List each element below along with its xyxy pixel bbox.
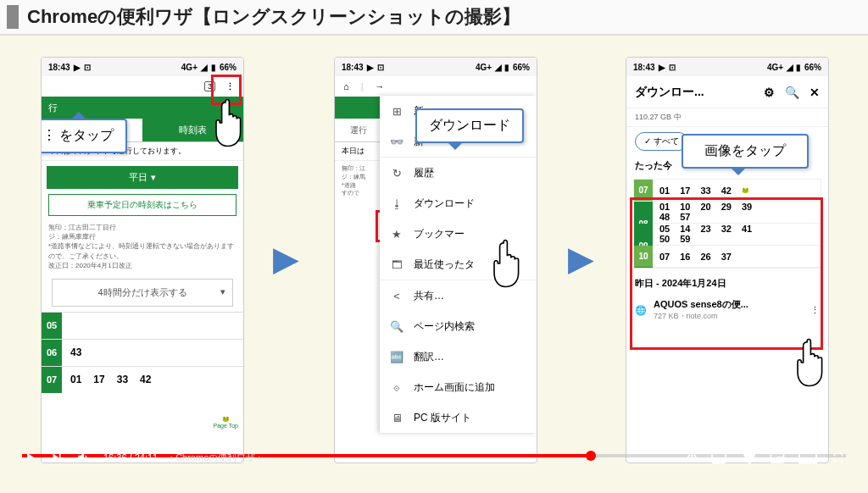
next-button[interactable] xyxy=(49,450,64,465)
miniplayer-button[interactable] xyxy=(770,450,785,465)
search-icon: 🔍 xyxy=(390,320,403,333)
home-icon[interactable]: ⌂ xyxy=(343,81,349,91)
autoplay-toggle[interactable]: ⏻ xyxy=(687,451,697,463)
status-bar: 18:43 ▶ ⊡ 4G+ ◢ ▮ 66% xyxy=(626,58,828,76)
storage-text: 110.27 GB 中 xyxy=(626,108,828,127)
star-icon: ★ xyxy=(390,228,403,241)
status-bar: 18:43 ▶ ⊡ 4G+ ◢ ▮ 66% xyxy=(335,58,537,76)
close-icon[interactable]: ✕ xyxy=(810,86,820,99)
settings-button[interactable] xyxy=(741,450,756,465)
time-row-06: 0643 xyxy=(42,339,243,366)
play-button[interactable] xyxy=(22,450,37,465)
menu-download[interactable]: ⭳ダウンロード xyxy=(380,188,537,219)
status-time: 18:43 xyxy=(48,63,70,72)
hand-pointer-2 xyxy=(485,234,531,293)
chapter-title[interactable]: • Chromeの便利ワザ › xyxy=(170,451,261,464)
hours-dropdown[interactable]: 4時間分だけ表示する ▾ xyxy=(52,279,233,307)
menu-add-home[interactable]: ⟐ホーム画面に追加 xyxy=(380,372,537,402)
chat-icon: ⊡ xyxy=(84,63,91,72)
highlight-image xyxy=(630,197,823,350)
search-icon[interactable]: 🔍 xyxy=(785,86,799,99)
history-icon: ↻ xyxy=(390,167,403,180)
gear-icon[interactable]: ⚙ xyxy=(764,86,775,99)
background-page: 運行 本日は 無印：江 ジ：練馬 *道路 すので xyxy=(335,97,381,201)
arrow-right-2: ▶ xyxy=(568,239,594,278)
callout-tap-image: 画像をタップ xyxy=(682,134,809,169)
pc-icon: 🖥 xyxy=(390,412,403,424)
battery-icon: ▮ xyxy=(211,63,216,72)
arrow-right-1: ▶ xyxy=(273,239,299,278)
download-icon: ⭳ xyxy=(390,197,403,210)
weekday-button[interactable]: 平日 ▾ xyxy=(47,166,238,189)
page-header: Chromeの便利ワザ【ロングスクリーンショットの撮影】 xyxy=(0,0,868,36)
status-network: 4G+ xyxy=(181,63,198,72)
arrow-right-icon[interactable]: → xyxy=(376,81,385,91)
video-time: 16:36 / 24:11 xyxy=(103,452,158,463)
hand-pointer-3 xyxy=(788,333,829,392)
header-accent xyxy=(7,5,19,29)
home-row: ⌂ | → xyxy=(335,76,537,97)
hand-pointer-1 xyxy=(207,93,244,152)
time-row-05: 05 xyxy=(42,312,243,339)
recent-icon: 🗔 xyxy=(390,258,403,271)
menu-find[interactable]: 🔍ページ内検索 xyxy=(380,311,537,341)
svg-rect-0 xyxy=(712,452,726,463)
callout-tap-menu: ⋮ をタップ xyxy=(41,119,127,153)
menu-history[interactable]: ↻履歴 xyxy=(380,158,537,188)
video-controls: 16:36 / 24:11 • Chromeの便利ワザ › ⏻ xyxy=(22,440,846,474)
captions-button[interactable] xyxy=(710,451,727,464)
plus-icon: ⊞ xyxy=(390,105,403,118)
status-bar: 18:43 ▶ ⊡ 4G+ ◢ ▮ 66% xyxy=(42,58,243,76)
time-row-07: 0701173342 xyxy=(42,366,243,393)
volume-button[interactable] xyxy=(76,450,92,465)
translate-icon: 🔤 xyxy=(390,351,403,363)
signal-icon: ◢ xyxy=(201,63,208,72)
content-area: 18:43 ▶ ⊡ 4G+ ◢ ▮ 66% 3 ⋮ 行 運行 時刻表 本日は平日… xyxy=(0,36,868,459)
phone-screenshot-3: 18:43 ▶ ⊡ 4G+ ◢ ▮ 66% ダウンロー... ⚙ 🔍 ✕ 110… xyxy=(626,57,829,463)
info-text: 無印：江古田二丁目行 ジ：練馬車庫行 *道路事情などにより、時刻通り運転できない… xyxy=(42,219,243,274)
svg-rect-3 xyxy=(799,452,816,463)
chevron-down-icon: ▾ xyxy=(220,286,225,297)
page-title: Chromeの便利ワザ【ロングスクリーンショットの撮影】 xyxy=(27,4,520,30)
share-icon: < xyxy=(390,290,403,302)
youtube-icon: ▶ xyxy=(74,63,81,72)
phone-screenshot-2: 18:43 ▶ ⊡ 4G+ ◢ ▮ 66% ⌂ | → 運行 本日は 無印：江 … xyxy=(334,57,537,463)
theater-button[interactable] xyxy=(798,451,817,464)
menu-translate[interactable]: 🔤翻訳… xyxy=(380,341,537,372)
phone-screenshot-1: 18:43 ▶ ⊡ 4G+ ◢ ▮ 66% 3 ⋮ 行 運行 時刻表 本日は平日… xyxy=(41,57,244,463)
svg-rect-2 xyxy=(777,457,782,462)
download-header: ダウンロー... ⚙ 🔍 ✕ xyxy=(626,76,828,108)
filter-chip-all[interactable]: ✓ すべて xyxy=(635,132,688,151)
schedule-link[interactable]: 乗車予定日の時刻表はこちら xyxy=(48,194,236,216)
add-home-icon: ⟐ xyxy=(390,381,403,394)
download-title: ダウンロー... xyxy=(635,85,754,100)
fullscreen-button[interactable] xyxy=(831,450,846,465)
incognito-icon: 👓 xyxy=(390,136,403,148)
menu-desktop[interactable]: 🖥PC 版サイト xyxy=(380,402,537,433)
callout-download: ダウンロード xyxy=(415,108,524,143)
pagetop-badge: 🐸Page Top xyxy=(214,416,238,429)
status-battery: 66% xyxy=(220,63,236,72)
